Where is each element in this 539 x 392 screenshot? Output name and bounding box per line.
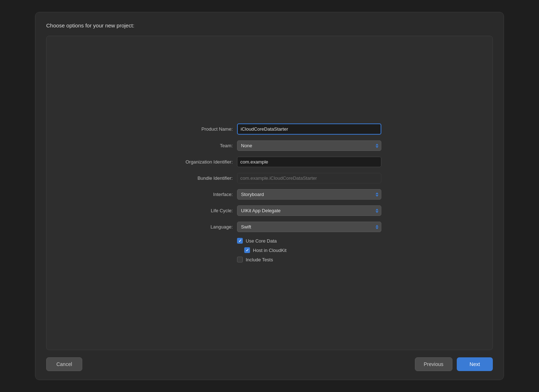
org-identifier-input[interactable]: [237, 157, 381, 167]
interface-select[interactable]: Storyboard SwiftUI: [237, 189, 381, 200]
host-in-cloudkit-row: Host in CloudKit: [237, 247, 381, 253]
language-label: Language:: [158, 224, 237, 230]
language-select-wrapper: Swift Objective-C: [237, 222, 381, 232]
footer-right: Previous Next: [415, 357, 493, 371]
lifecycle-control: UIKit App Delegate SwiftUI App: [237, 205, 381, 216]
cancel-button[interactable]: Cancel: [46, 357, 82, 371]
team-control: None Add Account...: [237, 140, 381, 151]
language-row: Language: Swift Objective-C: [158, 222, 381, 232]
new-project-dialog: Choose options for your new project: Pro…: [35, 12, 504, 380]
form-container: Product Name: Team: None Add Account...: [46, 36, 493, 350]
product-name-label: Product Name:: [158, 126, 237, 132]
bundle-identifier-value: com.example.iCloudCoreDataStarter: [237, 173, 381, 183]
next-button[interactable]: Next: [457, 357, 493, 371]
interface-select-wrapper: Storyboard SwiftUI: [237, 189, 381, 200]
bundle-identifier-label: Bundle Identifier:: [158, 175, 237, 181]
lifecycle-select[interactable]: UIKit App Delegate SwiftUI App: [237, 205, 381, 216]
dialog-footer: Cancel Previous Next: [46, 357, 493, 371]
language-control: Swift Objective-C: [237, 222, 381, 232]
lifecycle-label: Life Cycle:: [158, 208, 237, 213]
product-name-input[interactable]: [237, 123, 381, 135]
include-tests-checkbox[interactable]: [237, 257, 243, 262]
org-identifier-control: [237, 157, 381, 167]
interface-row: Interface: Storyboard SwiftUI: [158, 189, 381, 200]
bundle-identifier-control: com.example.iCloudCoreDataStarter: [237, 173, 381, 183]
form-inner: Product Name: Team: None Add Account...: [158, 123, 381, 262]
dialog-title: Choose options for your new project:: [46, 22, 493, 29]
interface-label: Interface:: [158, 192, 237, 197]
use-core-data-row: Use Core Data: [237, 238, 381, 244]
product-name-row: Product Name:: [158, 123, 381, 135]
previous-button[interactable]: Previous: [415, 357, 452, 371]
interface-control: Storyboard SwiftUI: [237, 189, 381, 200]
team-select-wrapper: None Add Account...: [237, 140, 381, 151]
checkboxes-area: Use Core Data Host in CloudKit Include T…: [158, 238, 381, 262]
use-core-data-checkbox[interactable]: [237, 238, 243, 244]
team-select[interactable]: None Add Account...: [237, 140, 381, 151]
lifecycle-select-wrapper: UIKit App Delegate SwiftUI App: [237, 205, 381, 216]
product-name-control: [237, 123, 381, 135]
lifecycle-row: Life Cycle: UIKit App Delegate SwiftUI A…: [158, 205, 381, 216]
bundle-identifier-row: Bundle Identifier: com.example.iCloudCor…: [158, 173, 381, 183]
include-tests-row: Include Tests: [237, 257, 381, 262]
language-select[interactable]: Swift Objective-C: [237, 222, 381, 232]
host-in-cloudkit-checkbox[interactable]: [244, 247, 250, 253]
org-identifier-row: Organization Identifier:: [158, 157, 381, 167]
team-label: Team:: [158, 143, 237, 148]
team-row: Team: None Add Account...: [158, 140, 381, 151]
host-in-cloudkit-label: Host in CloudKit: [253, 248, 286, 253]
org-identifier-label: Organization Identifier:: [158, 159, 237, 165]
use-core-data-label: Use Core Data: [246, 238, 277, 244]
include-tests-label: Include Tests: [246, 257, 273, 262]
